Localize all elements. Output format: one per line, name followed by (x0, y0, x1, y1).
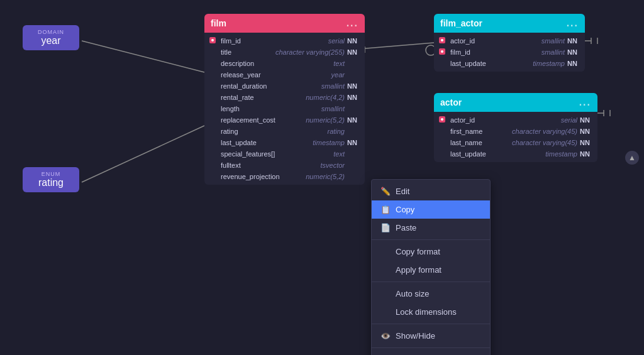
table-row: replacement_cost numeric(5,2) NN (204, 114, 365, 126)
table-row: special_features[] text (204, 148, 365, 160)
context-menu-lock-dimensions[interactable]: Lock dimensions (372, 303, 490, 321)
table-row: last_update timestamp NN (204, 137, 365, 148)
context-menu-edit-label: Edit (396, 187, 409, 196)
context-menu-divider-2 (372, 281, 490, 282)
actor-table: actor ... actor_id serial NN first_name … (434, 93, 597, 162)
table-row: description text (204, 58, 365, 69)
film-actor-table-body: actor_id smallint NN film_id smallint NN… (434, 33, 585, 72)
context-menu-copy[interactable]: 📋 Copy (372, 200, 490, 219)
table-row: film_id serial NN (204, 35, 365, 46)
context-menu-apply-format[interactable]: Apply format (372, 261, 490, 279)
paste-icon: 📄 (380, 223, 391, 232)
context-menu-paste-label: Paste (396, 223, 416, 232)
film-table: film ... film_id serial NN title charact… (204, 14, 365, 185)
canvas: DOMAIN year ENUM rating film ... film_id… (0, 0, 644, 355)
context-menu-show-hide[interactable]: 👁️ Show/Hide (372, 327, 490, 345)
film-actor-table-dots[interactable]: ... (567, 18, 579, 29)
pk-icon (439, 37, 448, 45)
actor-table-dots[interactable]: ... (579, 97, 591, 108)
pk-icon (439, 116, 448, 124)
table-row: first_name character varying(45) NN (434, 126, 597, 137)
context-menu-lock-dimensions-label: Lock dimensions (396, 307, 457, 317)
film-table-header: film ... (204, 14, 365, 33)
film-actor-table: film_actor ... actor_id smallint NN film… (434, 14, 585, 72)
film-table-body: film_id serial NN title character varyin… (204, 33, 365, 185)
svg-line-1 (82, 126, 204, 182)
context-menu-apply-format-label: Apply format (396, 265, 441, 275)
table-row: last_update timestamp NN (434, 148, 597, 160)
table-row: rental_duration smallint NN (204, 80, 365, 92)
table-row: release_year year (204, 69, 365, 80)
table-row: fulltext tsvector (204, 160, 365, 171)
table-row: rental_rate numeric(4,2) NN (204, 92, 365, 103)
context-menu-auto-size-label: Auto size (396, 289, 429, 298)
film-table-title: film (211, 18, 226, 28)
context-menu: ✏️ Edit 📋 Copy 📄 Paste Copy format Apply… (371, 179, 491, 355)
show-hide-icon: 👁️ (380, 331, 391, 341)
table-row: film_id smallint NN (434, 46, 585, 58)
actor-table-body: actor_id serial NN first_name character … (434, 112, 597, 162)
svg-line-2 (358, 43, 434, 49)
pk-icon (439, 48, 448, 56)
actor-table-header: actor ... (434, 93, 597, 112)
scroll-up-button[interactable]: ▲ (625, 151, 639, 165)
context-menu-auto-size[interactable]: Auto size (372, 285, 490, 303)
domain-year-name-label: year (30, 35, 72, 46)
table-row: last_update timestamp NN (434, 58, 585, 69)
film-actor-table-title: film_actor (440, 18, 482, 28)
context-menu-copy-format[interactable]: Copy format (372, 243, 490, 261)
table-row: actor_id smallint NN (434, 35, 585, 46)
context-menu-divider-3 (372, 324, 490, 324)
film-actor-table-header: film_actor ... (434, 14, 585, 33)
actor-table-title: actor (440, 97, 462, 107)
enum-rating-type-label: ENUM (30, 171, 72, 177)
domain-year-box: DOMAIN year (23, 25, 79, 50)
table-row: title character varying(255) NN (204, 46, 365, 58)
table-row: rating rating (204, 126, 365, 137)
table-row: last_name character varying(45) NN (434, 137, 597, 148)
context-menu-show-hide-label: Show/Hide (396, 331, 435, 341)
context-menu-copy-format-label: Copy format (396, 247, 440, 256)
context-menu-edit[interactable]: ✏️ Edit (372, 182, 490, 200)
context-menu-divider-1 (372, 239, 490, 240)
table-row: actor_id serial NN (434, 114, 597, 126)
context-menu-add-to-diagram[interactable]: ⊕ Add to another diagram (372, 351, 490, 355)
context-menu-paste[interactable]: 📄 Paste (372, 219, 490, 237)
enum-rating-name-label: rating (30, 177, 72, 188)
table-row: length smallint (204, 103, 365, 114)
context-menu-copy-label: Copy (396, 205, 414, 214)
film-table-dots[interactable]: ... (347, 18, 358, 29)
svg-line-0 (82, 41, 204, 72)
copy-icon: 📋 (380, 205, 391, 214)
domain-year-type-label: DOMAIN (30, 29, 72, 35)
edit-icon: ✏️ (380, 187, 391, 196)
table-row: revenue_projection numeric(5,2) (204, 171, 365, 182)
pk-icon (209, 37, 218, 45)
context-menu-divider-4 (372, 347, 490, 348)
enum-rating-box: ENUM rating (23, 167, 79, 192)
